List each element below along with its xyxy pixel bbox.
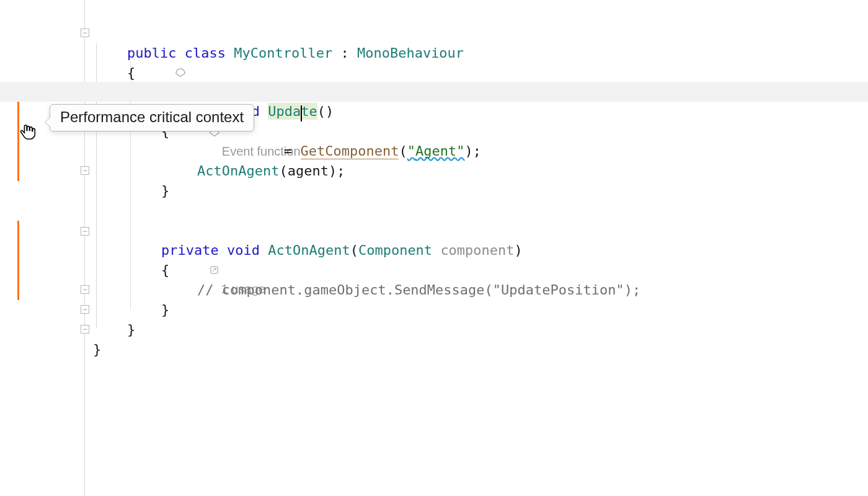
- brace-close: }: [93, 340, 101, 360]
- tooltip-tail-icon: [45, 117, 50, 127]
- tooltip: Performance critical context: [50, 104, 254, 131]
- code-editor[interactable]: Scripting component public class MyContr…: [0, 0, 868, 496]
- current-line: private void Update(): [0, 82, 868, 102]
- tooltip-text: Performance critical context: [60, 108, 244, 125]
- brace-close: }: [161, 181, 169, 201]
- hand-cursor-icon: [19, 123, 37, 144]
